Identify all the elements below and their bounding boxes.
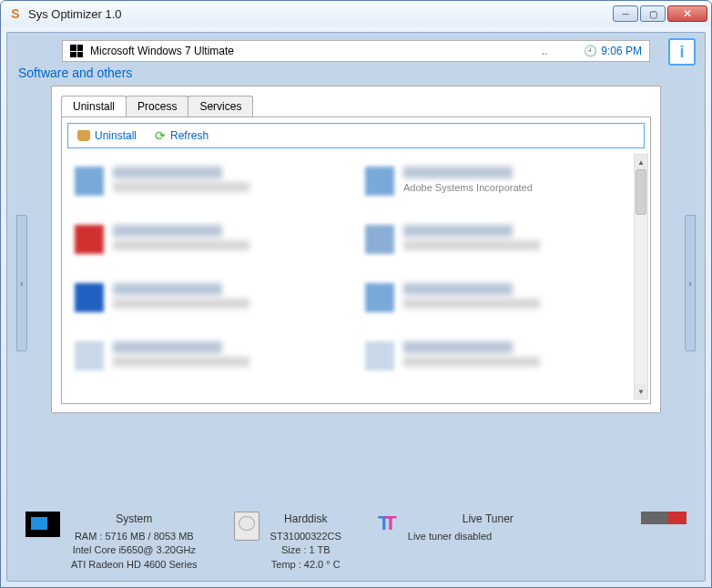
info-button[interactable]: i	[668, 38, 696, 66]
tab-uninstall[interactable]: Uninstall	[61, 96, 127, 117]
tuner-status: Live Tuner Live tuner disabled	[378, 512, 687, 572]
system-heading: System	[71, 512, 198, 527]
tuner-heading: Live Tuner	[463, 512, 514, 527]
maximize-button[interactable]: ▢	[640, 5, 666, 22]
list-item[interactable]: Adobe Systems Incorporated	[365, 167, 628, 212]
scrollbar[interactable]: ▲ ▼	[634, 154, 648, 400]
harddisk-icon	[234, 512, 259, 541]
os-info-bar: Microsoft Windows 7 Ultimate .. 🕘 9:06 P…	[62, 40, 650, 62]
list-item[interactable]	[75, 167, 338, 212]
gpu-info: ATI Radeon HD 4600 Series	[71, 558, 198, 572]
tab-content: Uninstall ⟳ Refresh	[61, 117, 651, 404]
app-publisher: Adobe Systems Incorporated	[403, 182, 533, 193]
monitor-icon	[25, 512, 60, 537]
app-list: Adobe Systems Incorporated	[62, 154, 650, 400]
cpu-info: Intel Core i5650@ 3.20GHz	[71, 543, 198, 557]
right-panel-handle[interactable]: ›	[685, 215, 696, 351]
os-name: Microsoft Windows 7 Ultimate	[90, 45, 542, 57]
clock-icon: 🕘	[584, 45, 597, 57]
app-icon: S	[8, 6, 23, 21]
list-item[interactable]	[75, 341, 338, 387]
scroll-down-button[interactable]: ▼	[635, 384, 647, 399]
hdd-temp: Temp : 42.0 ° C	[270, 558, 341, 572]
uninstall-icon	[77, 130, 90, 141]
list-item[interactable]	[75, 225, 338, 270]
list-item[interactable]	[365, 225, 628, 270]
section-title: Software and others	[18, 66, 705, 80]
status-bar: System RAM : 5716 MB / 8053 MB Intel Cor…	[25, 512, 687, 572]
harddisk-heading: Harddisk	[270, 512, 341, 527]
minimize-button[interactable]: ─	[613, 5, 638, 22]
left-panel-handle[interactable]: ‹	[16, 215, 27, 351]
uninstall-label: Uninstall	[95, 129, 137, 142]
scroll-thumb[interactable]	[636, 169, 646, 215]
time-display: 9:06 PM	[601, 45, 642, 57]
scroll-up-button[interactable]: ▲	[635, 155, 647, 169]
hdd-size: Size : 1 TB	[270, 543, 341, 557]
uninstall-button[interactable]: Uninstall	[77, 129, 137, 142]
refresh-icon: ⟳	[155, 128, 166, 143]
loading-dots: ..	[542, 45, 548, 57]
tuner-state: Live tuner disabled	[408, 530, 514, 543]
tab-services[interactable]: Services	[188, 96, 253, 117]
hdd-model: ST31000322CS	[270, 530, 341, 543]
close-button[interactable]: ✕	[667, 5, 707, 22]
harddisk-status: Harddisk ST31000322CS Size : 1 TB Temp :…	[234, 512, 341, 572]
tuner-icon	[378, 512, 397, 572]
main-panel: Uninstall Process Services Uninstall ⟳ R…	[51, 86, 661, 413]
toolbar: Uninstall ⟳ Refresh	[67, 123, 645, 148]
refresh-button[interactable]: ⟳ Refresh	[155, 128, 209, 143]
tuner-bar	[641, 512, 687, 524]
system-status: System RAM : 5716 MB / 8053 MB Intel Cor…	[25, 512, 198, 572]
window-title: Sys Optimizer 1.0	[28, 7, 613, 21]
titlebar: S Sys Optimizer 1.0 ─ ▢ ✕	[1, 1, 711, 26]
refresh-label: Refresh	[170, 129, 209, 142]
tab-process[interactable]: Process	[126, 96, 188, 117]
list-item[interactable]	[75, 283, 338, 329]
list-item[interactable]	[365, 283, 628, 329]
ram-info: RAM : 5716 MB / 8053 MB	[71, 530, 198, 543]
windows-logo-icon	[70, 45, 83, 57]
list-item[interactable]	[365, 341, 628, 387]
